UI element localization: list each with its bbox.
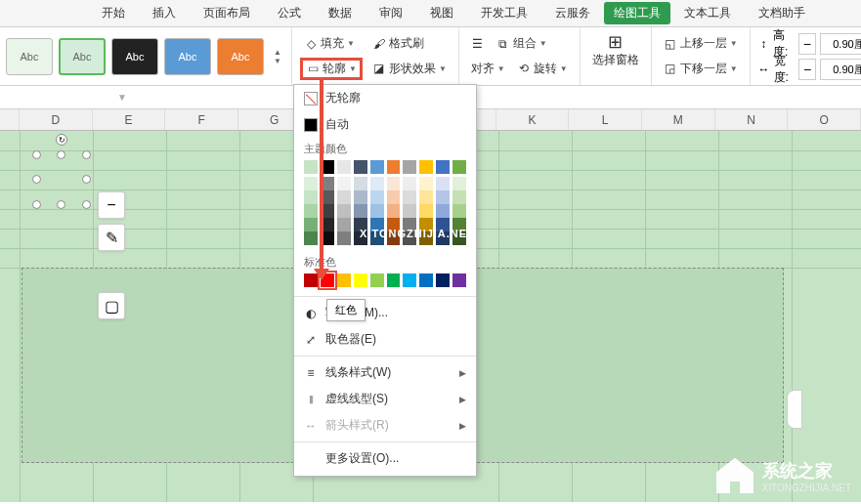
shape-selection-handles[interactable]: ↻ xyxy=(37,155,86,204)
color-swatch[interactable] xyxy=(436,273,450,287)
color-swatch[interactable] xyxy=(419,160,433,174)
tab-insert[interactable]: 插入 xyxy=(139,0,190,26)
style-preset-3[interactable]: Abc xyxy=(111,38,158,75)
format-brush-button[interactable]: 🖌 格式刷 xyxy=(368,33,428,54)
color-swatch[interactable] xyxy=(452,273,466,287)
resize-handle[interactable] xyxy=(32,175,41,184)
rotate-handle[interactable]: ↻ xyxy=(56,134,67,146)
height-input[interactable] xyxy=(820,33,861,55)
more-settings-item[interactable]: 更多设置(O)... xyxy=(294,445,476,472)
bring-forward-button[interactable]: ◱ 上移一层 ▼ xyxy=(660,33,742,54)
color-swatch[interactable] xyxy=(403,190,416,204)
tab-start[interactable]: 开始 xyxy=(88,0,139,26)
tab-doc[interactable]: 文档助手 xyxy=(745,0,819,26)
tab-formula[interactable]: 公式 xyxy=(264,0,315,26)
color-swatch[interactable] xyxy=(436,160,450,174)
color-swatch[interactable] xyxy=(304,218,318,231)
shape-effect-button[interactable]: ◪ 形状效果 ▼ xyxy=(368,59,451,79)
outline-button[interactable]: ▭ 轮廓 ▼ xyxy=(300,58,363,80)
color-swatch[interactable] xyxy=(370,190,384,204)
tab-review[interactable]: 审阅 xyxy=(366,0,416,26)
outline-tool[interactable]: ▢ xyxy=(98,292,125,319)
color-swatch[interactable] xyxy=(354,160,367,174)
style-preset-2[interactable]: Abc xyxy=(59,38,106,75)
color-swatch[interactable] xyxy=(304,231,318,245)
resize-handle[interactable] xyxy=(57,150,65,159)
dash-style-item[interactable]: ⦀ 虚线线型(S) ▶ xyxy=(294,386,476,412)
color-swatch[interactable] xyxy=(436,177,450,190)
color-swatch[interactable] xyxy=(436,190,450,204)
align-top-half[interactable]: ☰ xyxy=(467,35,489,53)
minus-tool[interactable]: − xyxy=(98,191,125,219)
color-swatch[interactable] xyxy=(387,177,401,190)
resize-handle[interactable] xyxy=(82,150,91,159)
more-colors-item[interactable]: ◐ 郓颜色(M)... xyxy=(294,300,476,326)
width-decrease[interactable]: − xyxy=(798,59,816,80)
color-swatch[interactable] xyxy=(337,231,351,245)
column-header[interactable]: N xyxy=(715,109,789,130)
fill-button[interactable]: ◇ 填充 ▼ xyxy=(300,33,359,54)
color-swatch[interactable] xyxy=(304,160,318,174)
column-header[interactable]: O xyxy=(788,109,861,130)
color-swatch[interactable] xyxy=(387,273,401,287)
group-button[interactable]: ⧉ 组合 ▼ xyxy=(493,33,551,54)
color-swatch[interactable] xyxy=(354,273,367,287)
color-swatch[interactable] xyxy=(452,160,466,174)
color-swatch[interactable] xyxy=(337,218,351,231)
tab-cloud[interactable]: 云服务 xyxy=(541,0,604,26)
color-swatch[interactable] xyxy=(436,204,450,218)
color-swatch[interactable] xyxy=(304,177,318,190)
color-swatch[interactable] xyxy=(403,204,416,218)
tab-data[interactable]: 数据 xyxy=(315,0,366,26)
column-header[interactable]: F xyxy=(165,109,238,130)
color-swatch[interactable] xyxy=(354,204,367,218)
color-swatch[interactable] xyxy=(337,160,351,174)
color-swatch[interactable] xyxy=(370,160,384,174)
color-swatch[interactable] xyxy=(403,177,416,190)
rotate-button[interactable]: ⟲ 旋转 ▼ xyxy=(513,59,572,79)
resize-handle[interactable] xyxy=(32,200,41,209)
color-swatch[interactable] xyxy=(370,177,384,190)
color-swatch[interactable] xyxy=(452,204,466,218)
pencil-tool[interactable]: ✎ xyxy=(98,224,125,251)
color-swatch[interactable] xyxy=(337,177,351,190)
tab-text[interactable]: 文本工具 xyxy=(670,0,745,26)
column-header[interactable]: D xyxy=(20,109,93,130)
resize-handle[interactable] xyxy=(82,200,91,209)
color-swatch[interactable] xyxy=(354,177,367,190)
side-tab[interactable] xyxy=(787,390,802,429)
color-swatch[interactable] xyxy=(387,204,401,218)
color-swatch[interactable] xyxy=(370,273,384,287)
color-swatch[interactable] xyxy=(337,273,351,287)
color-swatch[interactable] xyxy=(304,204,318,218)
color-swatch[interactable] xyxy=(337,204,351,218)
column-header[interactable]: L xyxy=(569,109,642,130)
color-swatch[interactable] xyxy=(403,273,416,287)
column-header[interactable]: M xyxy=(642,109,715,130)
width-input[interactable] xyxy=(820,59,861,80)
color-swatch[interactable] xyxy=(370,204,384,218)
style-preset-5[interactable]: Abc xyxy=(217,38,264,75)
color-swatch[interactable] xyxy=(304,190,318,204)
color-swatch[interactable] xyxy=(387,190,401,204)
color-swatch[interactable] xyxy=(403,160,416,174)
send-backward-button[interactable]: ◲ 下移一层 ▼ xyxy=(660,59,742,79)
color-swatch[interactable] xyxy=(452,177,466,190)
resize-handle[interactable] xyxy=(57,200,65,209)
tab-layout[interactable]: 页面布局 xyxy=(190,0,264,26)
corner-cell[interactable] xyxy=(0,109,20,130)
color-swatch[interactable] xyxy=(419,190,433,204)
column-header[interactable]: K xyxy=(496,109,570,130)
tab-dev[interactable]: 开发工具 xyxy=(467,0,541,26)
color-swatch[interactable] xyxy=(419,273,433,287)
color-swatch[interactable] xyxy=(387,160,401,174)
align-button[interactable]: 对齐 ▼ xyxy=(467,59,509,79)
color-swatch[interactable] xyxy=(452,190,466,204)
style-preset-1[interactable]: Abc xyxy=(6,38,53,75)
eyedropper-item[interactable]: ⤢ 取色器(E) xyxy=(294,326,476,353)
resize-handle[interactable] xyxy=(32,150,41,159)
color-swatch[interactable] xyxy=(419,204,433,218)
height-decrease[interactable]: − xyxy=(798,33,816,55)
tab-view[interactable]: 视图 xyxy=(416,0,467,26)
tab-drawing[interactable]: 绘图工具 xyxy=(604,2,670,24)
